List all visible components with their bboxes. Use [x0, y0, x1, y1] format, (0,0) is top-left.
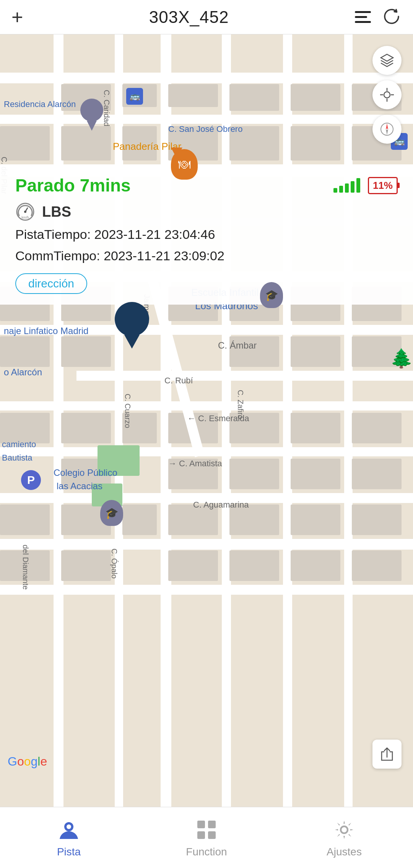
- ajustes-label: Ajustes: [327, 846, 362, 858]
- lbs-row: km/h LBS: [15, 202, 398, 222]
- map-label-esmeralda: ← C. Esmeralda: [187, 414, 249, 423]
- svg-rect-18: [197, 831, 205, 839]
- parking-icon: P: [21, 470, 41, 490]
- refresh-button[interactable]: [382, 6, 402, 28]
- map-label-san-jose: C. San José Obrero: [168, 124, 242, 134]
- map-label-residencia: Residencia Alarcón: [4, 99, 76, 109]
- svg-marker-8: [386, 129, 388, 135]
- tree-icon: 🌲: [390, 348, 413, 369]
- signal-bar-5: [356, 178, 360, 193]
- map-label-opalo: C. Ópalo: [110, 548, 119, 579]
- signal-bar-2: [339, 186, 343, 193]
- svg-marker-0: [381, 54, 393, 61]
- pista-icon: [57, 818, 81, 842]
- header: + 303X_452: [0, 0, 413, 34]
- map-controls: [372, 46, 402, 144]
- map-label-cuarzo: C. Cuarzo: [123, 394, 132, 428]
- info-panel: Parado 7mins 11% km/h LBS: [0, 164, 413, 305]
- signal-bar-3: [345, 183, 349, 193]
- map-label-colegio: Colegio Público: [54, 467, 117, 478]
- map-label-amatista: → C. Amatista: [168, 459, 222, 469]
- svg-text:km/h: km/h: [21, 216, 29, 219]
- status-text: Parado 7mins: [15, 175, 131, 196]
- menu-button[interactable]: [355, 11, 371, 23]
- svg-point-15: [67, 824, 71, 829]
- map-label-camiento: camiento: [2, 440, 36, 449]
- map-label-aguamarina: C. Aguamarina: [193, 500, 249, 510]
- device-location-pin: [115, 302, 149, 349]
- location-target-button[interactable]: [372, 80, 402, 109]
- svg-point-21: [341, 826, 348, 833]
- function-icon: [194, 818, 219, 842]
- svg-rect-17: [208, 821, 216, 828]
- map-label-alarcon: o Alarcón: [4, 367, 42, 378]
- nav-item-pista[interactable]: Pista: [31, 818, 107, 858]
- status-right: 11%: [333, 177, 398, 194]
- signal-bar-4: [351, 181, 354, 193]
- map-label-ambar: C. Ámbar: [218, 340, 257, 351]
- signal-bar-1: [333, 188, 337, 193]
- map-label-bautista: Bautista: [2, 453, 33, 463]
- pista-tiempo-line: PistaTiempo: 2023-11-21 23:04:46: [15, 226, 398, 244]
- ajustes-icon: [332, 818, 356, 842]
- battery-indicator: 11%: [368, 177, 398, 194]
- signal-bars: [333, 178, 360, 193]
- map-label-diamante: del Diamante: [21, 545, 30, 590]
- speedometer-icon: km/h: [15, 202, 35, 222]
- google-logo: Google: [8, 754, 47, 769]
- svg-rect-16: [197, 821, 205, 828]
- header-icons: [355, 6, 402, 28]
- svg-point-12: [24, 211, 26, 213]
- function-label: Function: [186, 846, 227, 858]
- add-button[interactable]: +: [11, 7, 23, 27]
- nav-item-function[interactable]: Function: [168, 818, 245, 858]
- direccion-button[interactable]: dirección: [15, 273, 87, 294]
- map-label-rubi: C. Rubí: [164, 376, 193, 386]
- restaurant-pin: 🍽: [171, 149, 182, 158]
- comm-tiempo-line: CommTiempo: 2023-11-21 23:09:02: [15, 247, 398, 265]
- map-label-caridad: C. Caridad: [102, 90, 111, 127]
- bus-stop-icon: 🚌: [126, 88, 143, 105]
- lbs-text: LBS: [42, 204, 71, 220]
- residencia-pin: [80, 99, 103, 131]
- compass-button[interactable]: [372, 115, 402, 144]
- layers-button[interactable]: [372, 46, 402, 75]
- map-label-masaje: naje Linfatico Madrid: [4, 326, 88, 336]
- map-area[interactable]: Residencia Alarcón C. Caridad C. San Jos…: [0, 34, 413, 807]
- device-title: 303X_452: [149, 8, 229, 27]
- map-label-acacias: las Acacias: [57, 481, 102, 492]
- status-row: Parado 7mins 11%: [15, 175, 398, 196]
- svg-marker-7: [386, 123, 388, 129]
- svg-point-1: [384, 92, 390, 98]
- share-button[interactable]: [372, 740, 402, 769]
- nav-item-ajustes[interactable]: Ajustes: [306, 818, 382, 858]
- bottom-navigation: Pista Function: [0, 807, 413, 868]
- pista-label: Pista: [57, 846, 81, 858]
- svg-rect-19: [208, 831, 216, 839]
